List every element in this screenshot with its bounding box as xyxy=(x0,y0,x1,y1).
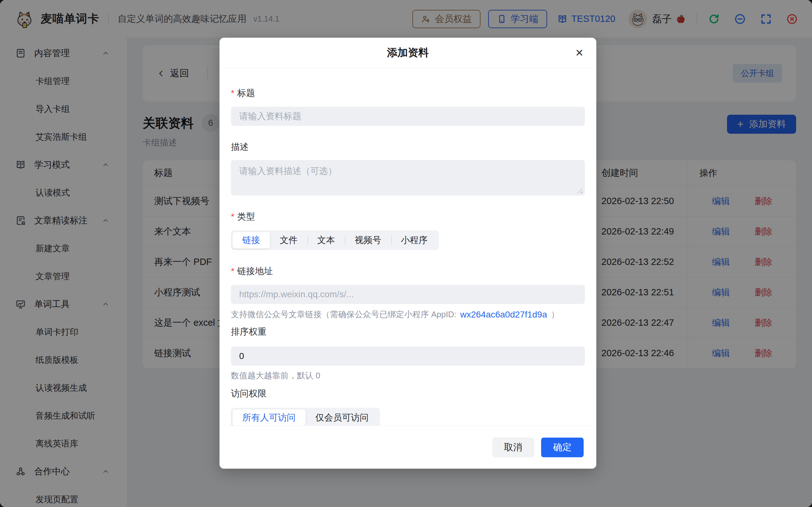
modal-header: 添加资料 ✕ xyxy=(219,38,596,68)
modal-footer: 取消 确定 xyxy=(219,426,596,469)
type-option-text[interactable]: 文本 xyxy=(307,232,345,248)
title-field-label: * 标题 xyxy=(231,87,585,99)
link-field-label: * 链接地址 xyxy=(231,265,585,277)
type-option-link[interactable]: 链接 xyxy=(233,232,270,248)
close-icon[interactable]: ✕ xyxy=(575,48,583,58)
description-textarea-wrap xyxy=(231,160,585,195)
access-segmented-control: 所有人可访问 仅会员可访问 xyxy=(231,408,380,426)
access-option-everyone[interactable]: 所有人可访问 xyxy=(233,409,305,426)
description-field-label: 描述 xyxy=(231,141,585,153)
modal-body: * 标题 描述 * 类型 链接 文件 文本 视频号 小程序 xyxy=(219,68,596,426)
sort-help-text: 数值越大越靠前，默认 0 xyxy=(231,370,585,381)
confirm-button[interactable]: 确定 xyxy=(541,438,583,457)
add-material-modal: 添加资料 ✕ * 标题 描述 * 类型 链接 xyxy=(219,38,596,469)
modal-title: 添加资料 xyxy=(387,46,429,60)
required-mark: * xyxy=(231,267,235,276)
cancel-button[interactable]: 取消 xyxy=(492,438,534,457)
title-input[interactable] xyxy=(239,111,577,121)
type-field-label: * 类型 xyxy=(231,211,585,223)
sort-field-label: 排序权重 xyxy=(231,326,585,338)
required-mark: * xyxy=(231,212,235,221)
sort-weight-input[interactable] xyxy=(239,351,577,361)
link-input[interactable] xyxy=(239,289,577,299)
appid-value: wx264ac6a0d27f1d9a xyxy=(460,309,547,320)
type-option-video[interactable]: 视频号 xyxy=(345,232,391,248)
title-input-wrap xyxy=(231,107,585,126)
type-option-miniprogram[interactable]: 小程序 xyxy=(391,232,438,248)
sort-input-wrap xyxy=(231,347,585,366)
type-segmented-control: 链接 文件 文本 视频号 小程序 xyxy=(231,230,439,250)
link-help-text: 支持微信公众号文章链接（需确保公众号已绑定小程序 AppID: wx264ac6… xyxy=(231,309,585,320)
access-option-members-only[interactable]: 仅会员可访问 xyxy=(305,409,378,426)
required-mark: * xyxy=(231,89,235,98)
access-field-label: 访问权限 xyxy=(231,388,585,400)
link-input-wrap xyxy=(231,285,585,304)
type-option-file[interactable]: 文件 xyxy=(270,232,307,248)
app-window: 麦喵单词卡 自定义单词的高效趣味记忆应用 v1.14.1 会员权益 学习端 TE… xyxy=(0,0,812,507)
description-textarea[interactable] xyxy=(231,160,585,195)
